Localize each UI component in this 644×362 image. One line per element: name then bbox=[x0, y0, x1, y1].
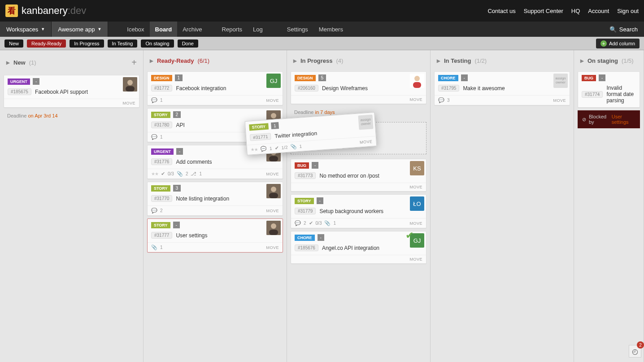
filter-ready[interactable]: Ready-Ready bbox=[27, 39, 66, 48]
card[interactable]: STORY- #31777User settings 📎1MOVE bbox=[147, 218, 283, 253]
svg-rect-17 bbox=[413, 82, 421, 88]
tab-members[interactable]: Members bbox=[313, 22, 348, 37]
avatar-icon[interactable]: KS bbox=[410, 161, 424, 175]
add-column-button[interactable]: + Add column bbox=[596, 39, 640, 48]
card[interactable]: DESIGN5 #206160Design Wireframes MOVE bbox=[291, 71, 426, 104]
search-icon: 🔍 bbox=[609, 26, 617, 33]
attach-icon: 📎 bbox=[324, 220, 331, 226]
column-new: ▶ New (1) + URGENT- #185675Facebook API … bbox=[0, 50, 144, 362]
card[interactable]: STORY3 #31770Note listing integration 💬2… bbox=[147, 182, 283, 216]
star-icon: ★★ bbox=[151, 171, 158, 176]
type-badge: STORY bbox=[151, 185, 170, 192]
plus-icon: + bbox=[600, 40, 607, 47]
points-badge: - bbox=[461, 74, 468, 81]
nav-support[interactable]: Support Center bbox=[524, 8, 563, 14]
tab-reports[interactable]: Reports bbox=[217, 22, 248, 37]
filter-new[interactable]: New bbox=[4, 39, 23, 48]
board: ▶ New (1) + URGENT- #185675Facebook API … bbox=[0, 50, 644, 362]
move-button[interactable]: MOVE bbox=[409, 221, 422, 226]
nav-contact[interactable]: Contact us bbox=[487, 8, 515, 14]
card-title: Make it awesome bbox=[463, 85, 505, 92]
subtask-count: 1/2 bbox=[281, 145, 288, 150]
move-button[interactable]: MOVE bbox=[409, 257, 422, 262]
move-button[interactable]: MOVE bbox=[266, 172, 279, 176]
points-badge: 5 bbox=[318, 74, 326, 81]
tab-board[interactable]: Board bbox=[150, 22, 178, 37]
brand-text: kanbanery bbox=[22, 5, 68, 16]
avatar-icon[interactable]: GJ bbox=[266, 74, 281, 88]
filter-progress[interactable]: In Progress bbox=[70, 39, 104, 48]
avatar-icon[interactable] bbox=[123, 77, 137, 92]
comment-icon: 💬 bbox=[151, 134, 157, 140]
column-header-ready[interactable]: ▶ Ready-Ready (6/1) bbox=[144, 50, 287, 71]
move-button[interactable]: MOVE bbox=[266, 209, 279, 213]
move-button[interactable]: MOVE bbox=[409, 97, 422, 102]
comment-icon: 💬 bbox=[151, 97, 157, 103]
move-button[interactable]: MOVE bbox=[266, 245, 279, 250]
caret-icon: ▼ bbox=[97, 27, 101, 31]
card[interactable]: ✔ GJ CHORE- #185676Angel.co API integrat… bbox=[291, 231, 426, 264]
type-badge: BUG bbox=[295, 162, 309, 169]
attach-icon: 📎 bbox=[290, 144, 297, 150]
column-count: (4) bbox=[336, 57, 344, 64]
subtask-count: 0/3 bbox=[168, 171, 174, 176]
card[interactable]: assign owner CHORE- #31795Make it awesom… bbox=[434, 71, 570, 105]
assign-owner-icon[interactable]: assign owner bbox=[553, 74, 568, 88]
move-button[interactable]: MOVE bbox=[409, 185, 422, 189]
app-menu[interactable]: Awesome app▼ bbox=[52, 22, 108, 37]
blocked-link[interactable]: User settings bbox=[612, 114, 635, 125]
collapse-icon[interactable]: ▶ bbox=[580, 58, 584, 63]
avatar-icon[interactable] bbox=[266, 221, 281, 235]
svg-point-1 bbox=[127, 80, 133, 85]
svg-rect-2 bbox=[126, 86, 135, 92]
card[interactable]: ŁO STORY- #31779Setup background workers… bbox=[291, 194, 426, 228]
tab-settings[interactable]: Settings bbox=[282, 22, 313, 37]
column-header-progress[interactable]: ▶ In Progress (4) bbox=[287, 50, 430, 71]
tab-icebox[interactable]: Icebox bbox=[122, 22, 149, 37]
filter-testing[interactable]: In Testing bbox=[108, 39, 138, 48]
tab-archive[interactable]: Archive bbox=[177, 22, 207, 37]
move-button[interactable]: MOVE bbox=[360, 139, 373, 144]
filter-staging[interactable]: On staging bbox=[141, 39, 174, 48]
svg-rect-11 bbox=[269, 193, 278, 198]
type-badge: URGENT bbox=[151, 148, 174, 155]
move-button[interactable]: MOVE bbox=[122, 101, 135, 105]
card[interactable]: BUG- #31774Invalid format date parsing bbox=[578, 71, 640, 108]
corner-widget[interactable]: 2 ◴ bbox=[629, 345, 641, 358]
column-header-new[interactable]: ▶ New (1) + bbox=[0, 50, 143, 75]
workspaces-menu[interactable]: Workspaces▼ bbox=[0, 22, 52, 37]
column-header-testing[interactable]: ▶ In Testing (1/2) bbox=[431, 50, 574, 71]
assign-owner-icon[interactable]: assign owner bbox=[358, 114, 373, 130]
card[interactable]: GJ DESIGN1 #31772Facebook integration 💬1… bbox=[147, 71, 283, 105]
search-label: Search bbox=[619, 26, 638, 33]
notification-badge: 2 bbox=[637, 341, 644, 349]
move-button[interactable]: MOVE bbox=[553, 98, 566, 103]
column-testing: ▶ In Testing (1/2) assign owner CHORE- #… bbox=[431, 50, 574, 362]
nav-signout[interactable]: Sign out bbox=[617, 8, 639, 14]
tab-log[interactable]: Log bbox=[248, 22, 268, 37]
subtask-icon: ✔ bbox=[161, 171, 165, 177]
nav-account[interactable]: Account bbox=[588, 8, 609, 14]
column-name: New bbox=[13, 59, 26, 66]
collapse-icon[interactable]: ▶ bbox=[437, 58, 440, 63]
move-button[interactable]: MOVE bbox=[266, 98, 279, 103]
caret-icon: ▼ bbox=[41, 27, 45, 31]
card[interactable]: URGENT- #185675Facebook API support MOVE bbox=[4, 75, 139, 108]
add-card-icon[interactable]: + bbox=[131, 57, 137, 68]
avatar-icon[interactable]: ŁO bbox=[410, 196, 424, 211]
column-name: In Testing bbox=[444, 57, 471, 64]
nav-hq[interactable]: HQ bbox=[571, 8, 580, 14]
search-button[interactable]: 🔍 Search bbox=[603, 26, 644, 33]
filter-done[interactable]: Done bbox=[178, 39, 198, 48]
collapse-icon[interactable]: ▶ bbox=[150, 58, 153, 63]
brand-name: kanbanery:dev bbox=[22, 5, 86, 17]
attach-icon: 📎 bbox=[151, 244, 157, 250]
collapse-icon[interactable]: ▶ bbox=[6, 60, 10, 65]
collapse-icon[interactable]: ▶ bbox=[293, 58, 297, 63]
card-title: Twitter integration bbox=[274, 130, 317, 140]
card[interactable]: KS BUG- #31773No method error on /post M… bbox=[291, 159, 426, 192]
avatar-icon[interactable] bbox=[410, 74, 424, 88]
avatar-icon[interactable] bbox=[266, 184, 281, 198]
comment-count: 1 bbox=[270, 146, 272, 151]
column-header-staging[interactable]: ▶ On staging (1/5) bbox=[574, 50, 644, 71]
